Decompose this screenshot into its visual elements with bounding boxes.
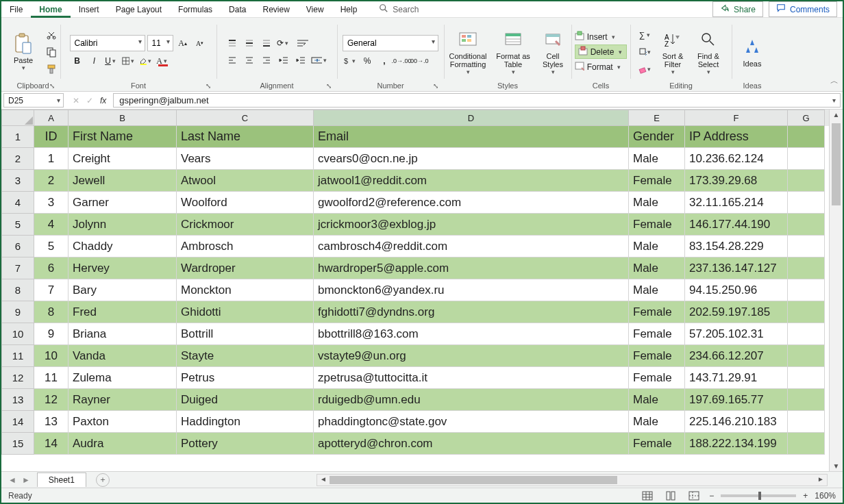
merge-center-button[interactable]: ▾ [310,53,330,68]
row-header[interactable]: 8 [1,279,34,301]
increase-decimal-button[interactable]: .0→.00 [394,53,409,68]
row-header[interactable]: 14 [1,411,34,433]
cell-ip[interactable]: 83.154.28.229 [685,236,788,257]
comments-button[interactable]: Comments [769,1,837,17]
cell-last-name[interactable]: Haddington [177,411,314,433]
cell-ip[interactable]: 57.205.102.31 [685,323,788,345]
formula-input[interactable]: gsperingn@jalbum.net [113,93,841,108]
row-header[interactable]: 4 [1,192,34,214]
cell-id[interactable]: 8 [34,301,69,323]
scroll-left-icon[interactable]: ◄ [320,475,327,483]
cell-first-name[interactable]: Chaddy [69,236,177,257]
cell-last-name[interactable]: Vears [177,148,314,170]
cell-gender[interactable]: Female [629,433,685,455]
cell-last-name[interactable]: Monckton [177,279,314,301]
cell-id[interactable]: 7 [34,279,69,301]
cell-last-name[interactable]: Duiged [177,389,314,411]
bold-button[interactable]: B [70,53,85,68]
cell-first-name[interactable]: Jolynn [69,214,177,236]
cell-id[interactable]: 9 [34,323,69,345]
menu-file[interactable]: File [1,1,31,18]
font-name-input[interactable] [70,35,145,51]
row-header[interactable]: 10 [1,323,34,345]
cell-empty[interactable] [788,433,825,455]
autosum-button[interactable]: ∑▾ [638,27,653,42]
cell-first-name[interactable]: Rayner [69,389,177,411]
cell-id[interactable]: 2 [34,170,69,192]
align-middle-button[interactable] [242,36,257,51]
page-break-view-button[interactable] [686,490,702,502]
cell-first-name[interactable]: Fred [69,301,177,323]
cell-last-name[interactable]: Ghidotti [177,301,314,323]
cell-empty[interactable] [788,257,825,279]
cell-last-name[interactable]: Crickmoor [177,214,314,236]
cell-last-name[interactable]: Atwool [177,170,314,192]
scrollbar-thumb[interactable] [832,123,841,205]
decrease-font-button[interactable]: A▾ [193,36,208,51]
cell-header-last[interactable]: Last Name [177,126,314,148]
column-header-E[interactable]: E [629,110,685,126]
align-bottom-button[interactable] [259,36,274,51]
row-header[interactable]: 13 [1,389,34,411]
decrease-decimal-button[interactable]: .00→.0 [411,53,426,68]
cell-gender[interactable]: Male [629,257,685,279]
cell-ip[interactable]: 237.136.147.127 [685,257,788,279]
cell-last-name[interactable]: Petrus [177,367,314,389]
fill-button[interactable]: ▾ [638,45,653,60]
cell-header-email[interactable]: Email [314,126,629,148]
cell-first-name[interactable]: Creight [69,148,177,170]
menu-data[interactable]: Data [221,1,254,18]
cell-email[interactable]: bbottrill8@163.com [314,323,629,345]
align-right-button[interactable] [259,53,274,68]
row-header[interactable]: 15 [1,433,34,455]
find-select-button[interactable]: Find & Select▾ [693,25,724,79]
accounting-format-button[interactable]: $▾ [343,53,358,68]
menu-formulas[interactable]: Formulas [170,1,221,18]
font-size-input[interactable] [147,35,173,51]
cell-gender[interactable]: Male [629,279,685,301]
insert-function-button[interactable]: fx [100,96,106,105]
cell-id[interactable]: 10 [34,345,69,367]
cell-header-first[interactable]: First Name [69,126,177,148]
cell-gender[interactable]: Male [629,148,685,170]
row-header[interactable]: 12 [1,367,34,389]
share-button[interactable]: Share [712,1,763,17]
scroll-right-icon[interactable]: ► [817,475,824,483]
wrap-text-button[interactable] [293,36,312,51]
cell-gender[interactable]: Male [629,389,685,411]
cell-first-name[interactable]: Briana [69,323,177,345]
zoom-out-button[interactable]: − [709,491,714,501]
cell-ip[interactable]: 173.39.29.68 [685,170,788,192]
zoom-slider[interactable] [721,494,796,497]
vertical-scrollbar[interactable]: ▲ ▼ [829,110,843,471]
cell-email[interactable]: apotteryd@chron.com [314,433,629,455]
cell-ip[interactable]: 32.11.165.214 [685,192,788,214]
cell-first-name[interactable]: Jewell [69,170,177,192]
cell-id[interactable]: 11 [34,367,69,389]
sheet-next-button[interactable]: ► [22,475,30,485]
font-color-button[interactable]: A▾ [156,53,171,68]
row-header[interactable]: 3 [1,170,34,192]
cell-first-name[interactable]: Paxton [69,411,177,433]
cell-first-name[interactable]: Audra [69,433,177,455]
scrollbar-thumb[interactable] [330,476,617,484]
cell-email[interactable]: bmonckton6@yandex.ru [314,279,629,301]
tell-me-search[interactable]: Search [379,1,419,17]
cell-header-gender[interactable]: Gender [629,126,685,148]
cell-first-name[interactable]: Zulema [69,367,177,389]
cell-ip[interactable]: 202.59.197.185 [685,301,788,323]
cell-gender[interactable]: Female [629,301,685,323]
cancel-formula-button[interactable]: ✕ [73,96,79,105]
ideas-button[interactable]: Ideas [736,25,769,79]
cell-id[interactable]: 1 [34,148,69,170]
cell-gender[interactable]: Female [629,214,685,236]
cell-email[interactable]: vstayte9@un.org [314,345,629,367]
dialog-launcher-icon[interactable]: ⤡ [432,82,440,90]
cell-empty[interactable] [788,214,825,236]
new-sheet-button[interactable]: ＋ [96,473,110,487]
scroll-down-icon[interactable]: ▼ [830,462,843,470]
cell-email[interactable]: cvears0@ocn.ne.jp [314,148,629,170]
zoom-in-button[interactable]: + [803,491,808,501]
format-cells-button[interactable]: Format▾ [575,61,628,73]
normal-view-button[interactable] [639,490,656,502]
